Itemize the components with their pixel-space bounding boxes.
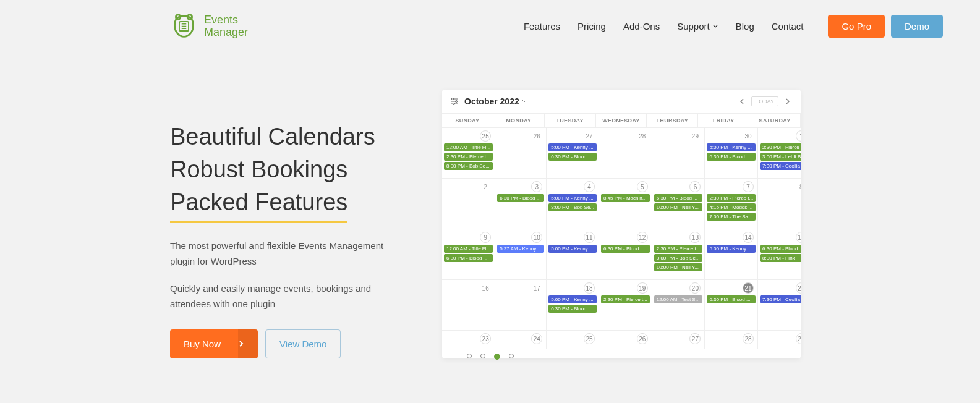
calendar-cell[interactable]: 28 [705, 331, 758, 349]
calendar-event[interactable]: 6:30 PM - Blood ... [497, 194, 544, 202]
calendar-event[interactable]: 6:30 PM - Blood ... [444, 254, 493, 262]
calendar-cell[interactable]: 192:30 PM - Pierce t... [599, 280, 652, 331]
calendar-event[interactable]: 4:15 PM - Modos ... [707, 203, 756, 211]
carousel-dot-4[interactable] [509, 354, 514, 358]
calendar-event[interactable]: 12:00 AM - Test S... [654, 295, 703, 303]
calendar-cell[interactable]: 24 [495, 331, 547, 349]
calendar-dayname: FRIDAY [698, 114, 749, 128]
calendar-cell[interactable]: 26 [599, 331, 652, 349]
calendar-event[interactable]: 12:00 AM - Title Fl... [444, 143, 493, 151]
calendar-event[interactable]: 8:00 PM - Bob Se... [444, 162, 493, 170]
buy-now-button[interactable]: Buy Now [170, 329, 258, 358]
calendar-event[interactable]: 12:00 AM - Title Fl... [444, 245, 493, 253]
chevron-right-icon [785, 98, 791, 105]
nav-blog[interactable]: Blog [736, 21, 754, 32]
nav-features[interactable]: Features [524, 21, 560, 32]
calendar-cell[interactable]: 29 [758, 331, 801, 349]
today-button[interactable]: TODAY [751, 96, 778, 106]
calendar-cell[interactable]: 36:30 PM - Blood ... [495, 179, 547, 229]
nav-contact[interactable]: Contact [772, 21, 804, 32]
calendar-cell[interactable]: 66:30 PM - Blood ...10:00 PM - Neil Y... [652, 179, 705, 229]
calendar-cell[interactable]: 156:30 PM - Blood ...8:30 PM - Pink [758, 229, 801, 280]
calendar-event[interactable]: 10:00 PM - Neil Y... [654, 203, 703, 211]
calendar-cell[interactable]: 275:00 PM - Kenny ...6:30 PM - Blood ... [547, 128, 599, 179]
calendar-event[interactable]: 5:27 AM - Kenny ... [497, 245, 544, 253]
calendar-event[interactable]: 5:00 PM - Kenny ... [548, 295, 597, 303]
calendar-event[interactable]: 6:30 PM - Blood ... [707, 153, 756, 161]
calendar-cell[interactable]: 25 [547, 331, 599, 349]
calendar-event[interactable]: 5:00 PM - Kenny ... [548, 194, 597, 202]
calendar-event[interactable]: 6:30 PM - Blood ... [760, 245, 801, 253]
calendar-cell[interactable]: 132:30 PM - Pierce t...8:00 PM - Bob Se.… [652, 229, 705, 280]
carousel-dot-1[interactable] [467, 354, 472, 358]
hero-cta: Buy Now View Demo [170, 329, 405, 358]
gopro-button[interactable]: Go Pro [828, 15, 885, 38]
calendar-cell[interactable]: 17 [495, 280, 547, 331]
calendar-cell[interactable]: 216:30 PM - Blood ... [705, 280, 758, 331]
calendar-event[interactable]: 2:30 PM - Pierce t... [707, 194, 756, 202]
carousel-dot-3[interactable] [494, 354, 500, 360]
calendar-event[interactable]: 5:00 PM - Kenny ... [707, 143, 756, 151]
calendar-event[interactable]: 7:00 PM - The Sa... [707, 213, 756, 221]
calendar-event[interactable]: 6:30 PM - Blood ... [548, 153, 597, 161]
calendar-cell[interactable]: 227:30 PM - Cecilia ... [758, 280, 801, 331]
calendar-grid: 2512:00 AM - Title Fl...2:30 PM - Pierce… [442, 128, 801, 349]
filter-icon[interactable] [450, 96, 459, 106]
calendar-event[interactable]: 2:30 PM - Pierce t... [654, 245, 703, 253]
calendar-date: 9 [480, 232, 491, 243]
calendar-cell[interactable]: 29 [652, 128, 705, 179]
calendar-event[interactable]: 8:45 PM - Machin... [601, 194, 650, 202]
calendar-event[interactable]: 5:00 PM - Kenny ... [548, 245, 597, 253]
calendar-event[interactable]: 6:30 PM - Blood ... [654, 194, 703, 202]
calendar-cell[interactable]: 12:30 PM - Pierce t...3:00 PM - Let It B… [758, 128, 801, 179]
calendar-event[interactable]: 6:30 PM - Blood ... [707, 295, 756, 303]
calendar-cell[interactable]: 58:45 PM - Machin... [599, 179, 652, 229]
calendar-dayname: THURSDAY [647, 114, 698, 128]
calendar-event[interactable]: 7:30 PM - Cecilia ... [760, 295, 801, 303]
calendar-cell[interactable]: 2012:00 AM - Test S... [652, 280, 705, 331]
calendar-title[interactable]: October 2022 [464, 96, 527, 106]
calendar-cell[interactable]: 126:30 PM - Blood ... [599, 229, 652, 280]
demo-button[interactable]: Demo [891, 15, 943, 38]
calendar-cell[interactable]: 912:00 AM - Title Fl...6:30 PM - Blood .… [442, 229, 495, 280]
calendar-cell[interactable]: 145:00 PM - Kenny ... [705, 229, 758, 280]
calendar-cell[interactable]: 115:00 PM - Kenny ... [547, 229, 599, 280]
calendar-event[interactable]: 5:00 PM - Kenny ... [707, 245, 756, 253]
calendar-event[interactable]: 8:30 PM - Pink [760, 254, 801, 262]
calendar-cell[interactable]: 26 [495, 128, 547, 179]
calendar-event[interactable]: 5:00 PM - Kenny ... [548, 143, 597, 151]
carousel-dot-2[interactable] [480, 354, 485, 358]
calendar-event[interactable]: 8:00 PM - Bob Se... [654, 254, 703, 262]
calendar-cell[interactable]: 2512:00 AM - Title Fl...2:30 PM - Pierce… [442, 128, 495, 179]
calendar-event[interactable]: 2:30 PM - Pierce t... [601, 295, 650, 303]
calendar-cell[interactable]: 16 [442, 280, 495, 331]
prev-month-button[interactable] [736, 96, 748, 107]
calendar-cell[interactable]: 305:00 PM - Kenny ...6:30 PM - Blood ... [705, 128, 758, 179]
calendar-cell[interactable]: 2 [442, 179, 495, 229]
calendar-event[interactable]: 8:00 PM - Bob Se... [548, 203, 597, 211]
calendar-date: 26 [531, 130, 542, 142]
logo[interactable]: Events Manager [170, 12, 248, 40]
calendar-cell[interactable]: 27 [652, 331, 705, 349]
calendar-cell[interactable]: 185:00 PM - Kenny ...6:30 PM - Blood ... [547, 280, 599, 331]
main-nav: Features Pricing Add-Ons Support Blog Co… [524, 21, 804, 32]
calendar-event[interactable]: 6:30 PM - Blood ... [601, 245, 650, 253]
nav-addons[interactable]: Add-Ons [623, 21, 660, 32]
calendar-cell[interactable]: 8 [758, 179, 801, 229]
calendar-event[interactable]: 10:00 PM - Neil Y... [654, 263, 703, 271]
chevron-down-icon [712, 23, 718, 30]
view-demo-button[interactable]: View Demo [265, 329, 341, 358]
nav-support[interactable]: Support [677, 21, 718, 32]
calendar-event[interactable]: 2:30 PM - Pierce t... [760, 143, 801, 151]
calendar-event[interactable]: 3:00 PM - Let It Be [760, 153, 801, 161]
calendar-event[interactable]: 2:30 PM - Pierce t... [444, 153, 493, 161]
calendar-cell[interactable]: 28 [599, 128, 652, 179]
calendar-cell[interactable]: 45:00 PM - Kenny ...8:00 PM - Bob Se... [547, 179, 599, 229]
calendar-cell[interactable]: 105:27 AM - Kenny ... [495, 229, 547, 280]
calendar-cell[interactable]: 23 [442, 331, 495, 349]
calendar-event[interactable]: 6:30 PM - Blood ... [548, 305, 597, 313]
nav-pricing[interactable]: Pricing [577, 21, 606, 32]
calendar-event[interactable]: 7:30 PM - Cecilia ... [760, 162, 801, 170]
next-month-button[interactable] [782, 96, 793, 107]
calendar-cell[interactable]: 72:30 PM - Pierce t...4:15 PM - Modos ..… [705, 179, 758, 229]
